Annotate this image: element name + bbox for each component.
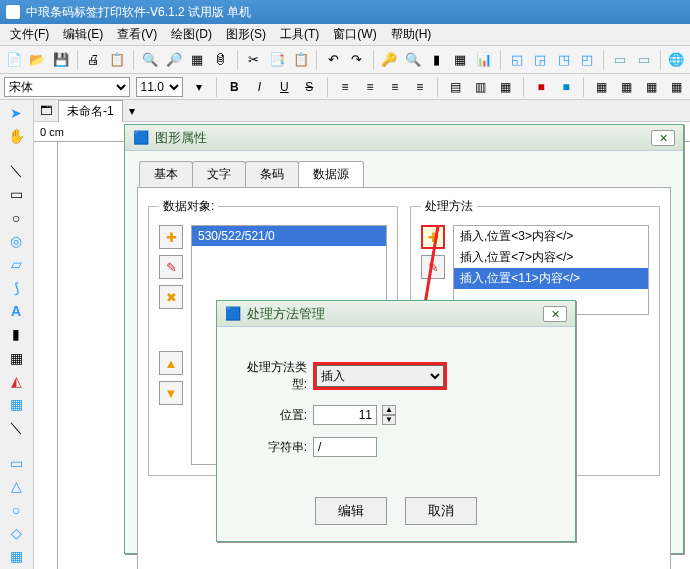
bold-icon[interactable]: B (225, 77, 244, 97)
list-item[interactable]: 插入,位置<7>内容</> (454, 247, 648, 268)
db-icon[interactable]: 🛢 (211, 50, 231, 70)
menu-tool[interactable]: 工具(T) (274, 24, 325, 45)
colorbg-icon[interactable]: ■ (557, 77, 576, 97)
line1-icon[interactable]: ▤ (446, 77, 465, 97)
poly-icon[interactable]: ▱ (2, 254, 30, 275)
save-icon[interactable]: 💾 (51, 50, 71, 70)
zoomfit-icon[interactable]: 🔎 (164, 50, 184, 70)
line3-icon[interactable]: ▦ (496, 77, 515, 97)
line2-icon[interactable]: ▥ (471, 77, 490, 97)
edit-method-icon[interactable]: ✎ (421, 255, 445, 279)
type-select[interactable]: 插入 (316, 365, 444, 387)
edit-button[interactable]: 编辑 (315, 497, 387, 525)
menu-shape[interactable]: 图形(S) (220, 24, 272, 45)
list-item[interactable]: 插入,位置<3>内容</> (454, 226, 648, 247)
tbl4-icon[interactable]: ▦ (667, 77, 686, 97)
colorfg-icon[interactable]: ■ (532, 77, 551, 97)
fontsize-down-icon[interactable]: ▾ (189, 77, 208, 97)
list-item[interactable]: 530/522/521/0 (192, 226, 386, 246)
shape5-icon[interactable]: ▦ (2, 546, 30, 567)
tbl2-icon[interactable]: ▦ (617, 77, 636, 97)
globe-icon[interactable]: 🌐 (667, 50, 687, 70)
copy-icon[interactable]: 📑 (267, 50, 287, 70)
fontsize-select[interactable]: 11.0 (136, 77, 184, 97)
line-icon[interactable]: ＼ (2, 160, 30, 181)
menu-window[interactable]: 窗口(W) (327, 24, 382, 45)
close-icon[interactable]: ✕ (543, 306, 567, 322)
seq-icon[interactable]: 📊 (474, 50, 494, 70)
strike-icon[interactable]: S (300, 77, 319, 97)
up-icon[interactable]: ▲ (159, 351, 183, 375)
tbl3-icon[interactable]: ▦ (642, 77, 661, 97)
menu-draw[interactable]: 绘图(D) (165, 24, 218, 45)
tab-basic[interactable]: 基本 (139, 161, 193, 187)
barcode-tool-icon[interactable]: ▮ (2, 324, 30, 345)
add-method-icon[interactable]: ✚ (421, 225, 445, 249)
str-input[interactable] (313, 437, 377, 457)
font-select[interactable]: 宋体 (4, 77, 130, 97)
menu-file[interactable]: 文件(F) (4, 24, 55, 45)
align-center-icon[interactable]: ≡ (360, 77, 379, 97)
list-item[interactable]: 插入,位置<11>内容</> (454, 268, 648, 289)
pal1-icon[interactable]: ▭ (610, 50, 630, 70)
shape4-icon[interactable]: ◇ (2, 522, 30, 543)
redo-icon[interactable]: ↷ (347, 50, 367, 70)
add-icon[interactable]: ✚ (159, 225, 183, 249)
close-icon[interactable]: ✕ (651, 130, 675, 146)
align-right-icon[interactable]: ≡ (385, 77, 404, 97)
ring-icon[interactable]: ◎ (2, 230, 30, 251)
cut-icon[interactable]: ✂ (244, 50, 264, 70)
tab-dropdown-icon[interactable]: ▾ (129, 104, 135, 118)
tab-text[interactable]: 文字 (192, 161, 246, 187)
delete-icon[interactable]: ✖ (159, 285, 183, 309)
cancel-button[interactable]: 取消 (405, 497, 477, 525)
img-tool-icon[interactable]: ◭ (2, 370, 30, 391)
blue3-icon[interactable]: ◳ (554, 50, 574, 70)
zoom-icon[interactable]: 🔍 (140, 50, 160, 70)
path-tool-icon[interactable]: ＼ (2, 417, 30, 438)
table-tool-icon[interactable]: ▦ (2, 394, 30, 415)
blue4-icon[interactable]: ◰ (578, 50, 598, 70)
align-just-icon[interactable]: ≡ (410, 77, 429, 97)
print-icon[interactable]: 🖨 (84, 50, 104, 70)
toolbar: 📄 📂 💾 🖨 📋 🔍 🔎 ▦ 🛢 ✂ 📑 📋 ↶ ↷ 🔑 🔍 ▮ ▦ 📊 ◱ … (0, 46, 690, 74)
down-icon[interactable]: ▼ (159, 381, 183, 405)
open-icon[interactable]: 📂 (28, 50, 48, 70)
find-icon[interactable]: 🔍 (403, 50, 423, 70)
menu-view[interactable]: 查看(V) (111, 24, 163, 45)
hand-icon[interactable]: ✋ (2, 125, 30, 146)
edit-icon[interactable]: ✎ (159, 255, 183, 279)
menu-help[interactable]: 帮助(H) (385, 24, 438, 45)
new-icon[interactable]: 📄 (4, 50, 24, 70)
tbl1-icon[interactable]: ▦ (592, 77, 611, 97)
shape2-icon[interactable]: △ (2, 476, 30, 497)
qr-icon[interactable]: ▦ (451, 50, 471, 70)
rect-icon[interactable]: ▭ (2, 184, 30, 205)
italic-icon[interactable]: I (250, 77, 269, 97)
text-icon[interactable]: A (2, 300, 30, 321)
blue2-icon[interactable]: ◲ (530, 50, 550, 70)
pos-spinner[interactable]: ▲▼ (382, 405, 396, 425)
menu-edit[interactable]: 编辑(E) (57, 24, 109, 45)
underline-icon[interactable]: U (275, 77, 294, 97)
grid-icon[interactable]: ▦ (187, 50, 207, 70)
doc-tab[interactable]: 未命名-1 (58, 100, 123, 122)
pos-input[interactable] (313, 405, 377, 425)
preview-icon[interactable]: 📋 (107, 50, 127, 70)
barcode-icon[interactable]: ▮ (427, 50, 447, 70)
shape3-icon[interactable]: ○ (2, 499, 30, 520)
separator (216, 77, 217, 97)
undo-icon[interactable]: ↶ (323, 50, 343, 70)
qr-tool-icon[interactable]: ▦ (2, 347, 30, 368)
key-icon[interactable]: 🔑 (380, 50, 400, 70)
tab-datasource[interactable]: 数据源 (298, 161, 364, 187)
shape1-icon[interactable]: ▭ (2, 452, 30, 473)
circle-icon[interactable]: ○ (2, 207, 30, 228)
align-left-icon[interactable]: ≡ (336, 77, 355, 97)
pointer-icon[interactable]: ➤ (2, 102, 30, 123)
pal2-icon[interactable]: ▭ (634, 50, 654, 70)
curve-icon[interactable]: ⟆ (2, 277, 30, 298)
paste-icon[interactable]: 📋 (291, 50, 311, 70)
blue1-icon[interactable]: ◱ (507, 50, 527, 70)
tab-barcode[interactable]: 条码 (245, 161, 299, 187)
